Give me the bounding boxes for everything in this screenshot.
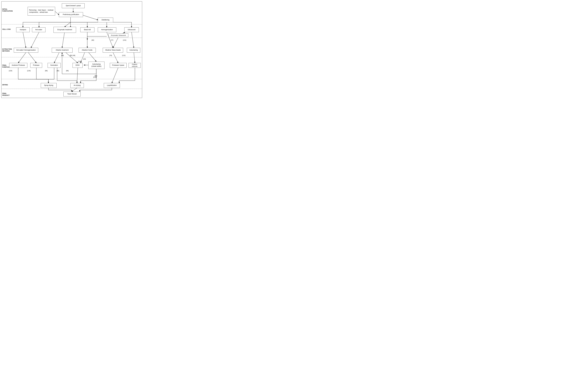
box-autolysis: Autolysis xyxy=(16,27,30,32)
svg-line-2 xyxy=(82,15,98,20)
box-spent-yeast: Spent brewer's yeast xyxy=(62,3,85,8)
ref-86d: [86] xyxy=(66,70,69,72)
box-spray-drying: Spray-drying xyxy=(41,83,57,88)
ref-86a: [86] xyxy=(61,55,64,56)
box-alkaline-treatment: Alkaline treatment xyxy=(52,48,72,53)
box-autoclaving-citrate: Autoclaving (citrate buffer) xyxy=(88,62,104,69)
ref-82b: [82] xyxy=(57,70,59,72)
box-enzymatic-ultrasound: Enzymatic/ Ultrasound xyxy=(108,33,128,37)
svg-line-16 xyxy=(66,53,78,63)
ref-86-149: [86,149] xyxy=(70,55,75,56)
ref-77: [77] xyxy=(111,39,113,41)
ref-86c: [86] xyxy=(45,70,48,72)
box-ultrasound: Ultrasound xyxy=(124,27,139,32)
svg-line-19 xyxy=(113,53,118,63)
box-air-drying: Air-drying xyxy=(71,83,84,88)
box-acetone-protease: Acetone/ Protease xyxy=(9,63,27,68)
box-enzymatic-treatment: Enzymatic treatment xyxy=(53,27,76,33)
svg-line-23 xyxy=(72,88,77,92)
box-prelim-purif: Preliminary purification xyxy=(59,12,83,17)
svg-line-14 xyxy=(28,53,36,63)
svg-line-6 xyxy=(23,32,26,48)
label-cell-lysis: CELL LYSIS xyxy=(2,28,13,30)
ref-131a: [131] xyxy=(123,39,126,41)
ref-82: [82] xyxy=(92,39,94,41)
svg-line-20 xyxy=(134,53,135,63)
ref-149a: [149] xyxy=(78,60,82,62)
dashed-line-1 xyxy=(1,24,142,24)
svg-line-7 xyxy=(31,32,39,48)
box-alkaline-glass: Alkaline/ Glass beads xyxy=(103,48,123,53)
svg-line-12 xyxy=(113,38,118,48)
label-extraction-methods: EXTRACTION METHODS xyxy=(2,48,13,52)
label-final-product: FINAL PRODUCT xyxy=(2,93,13,96)
dashed-line-4 xyxy=(1,79,142,79)
box-autoclaving-extr: Autoclaving xyxy=(127,48,140,53)
box-removing: Removing: - beer liquor; - rezidual comp… xyxy=(28,7,55,16)
label-initial-purification: INITIAL PURIFICATION xyxy=(2,8,13,12)
label-drying: DRYING xyxy=(2,84,13,86)
ref-149b: [149] xyxy=(93,76,96,78)
box-sonication: Sonication xyxy=(48,63,61,68)
ref-134: [134] xyxy=(27,70,30,72)
box-yeast-glucan: Yeast Glucan xyxy=(63,92,81,97)
ref-76: [76] xyxy=(109,55,112,56)
svg-line-11 xyxy=(132,32,134,48)
box-protease-lipase: Protease/ Lipase xyxy=(110,63,127,68)
svg-line-21 xyxy=(77,68,78,83)
box-alkaline-acidic: Alkaline/ Acidic xyxy=(79,48,96,53)
svg-line-4 xyxy=(65,22,71,27)
box-bead-mill: Bead mill xyxy=(80,27,95,32)
svg-line-22 xyxy=(112,68,118,83)
box-protease: Protease xyxy=(30,63,42,68)
svg-line-15 xyxy=(54,53,59,63)
svg-line-1 xyxy=(54,11,59,15)
svg-line-13 xyxy=(18,53,26,63)
box-hot-water: Hot water xyxy=(32,27,46,32)
box-lyophilization: Lyophilization xyxy=(104,83,120,88)
ref-120: [120] xyxy=(9,70,12,72)
ref-26: [26] xyxy=(83,58,86,60)
ref-131b: [131] xyxy=(122,55,125,56)
box-debittering: Debittering xyxy=(98,18,113,23)
dashed-line-5 xyxy=(1,89,142,89)
box-etoh: EtOH xyxy=(72,63,83,68)
dashed-line-2 xyxy=(1,38,142,38)
diagram-container: INITIAL PURIFICATION CELL LYSIS EXTRACTI… xyxy=(1,1,142,98)
box-homogenization: Homogenization xyxy=(98,27,116,32)
box-organic-solvents: Organic solvents xyxy=(129,63,141,68)
box-hot-water-homog: Hot water/ Homogenization xyxy=(14,48,38,53)
svg-line-8 xyxy=(62,33,65,48)
